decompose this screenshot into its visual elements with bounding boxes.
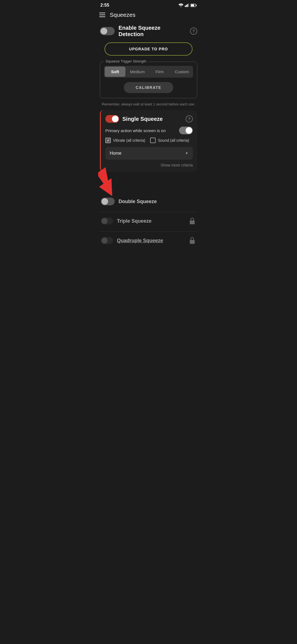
sound-checkbox[interactable] — [150, 138, 156, 143]
dropdown-value: Home — [110, 151, 122, 156]
sound-checkbox-item: Sound (all criteria) — [150, 138, 189, 143]
triple-squeeze-row: Triple Squeeze — [100, 213, 197, 229]
trigger-tab-soft[interactable]: Soft — [105, 67, 125, 77]
single-squeeze-wrapper: Single Squeeze ? Primary action while sc… — [100, 110, 197, 172]
wifi-icon — [178, 3, 183, 7]
enable-detection-help-icon[interactable]: ? — [190, 28, 197, 35]
status-bar: 2:55 — [95, 0, 202, 9]
triple-squeeze-title: Triple Squeeze — [117, 218, 185, 224]
triple-squeeze-toggle — [101, 217, 113, 225]
vibrate-checkbox-item: ✓ Vibrate (all criteria) — [105, 138, 145, 143]
single-squeeze-help-icon[interactable]: ? — [186, 115, 193, 122]
svg-rect-0 — [185, 6, 186, 7]
battery-icon — [191, 4, 197, 7]
calibrate-button[interactable]: CALIBRATE — [124, 82, 173, 93]
main-content: Enable Squeeze Detection ? UPGRADE TO PR… — [95, 22, 202, 254]
primary-action-label: Primary action while screen is on — [105, 128, 166, 133]
trigger-tab-custom[interactable]: Custom — [172, 67, 192, 77]
status-time: 2:55 — [100, 3, 109, 8]
menu-button[interactable] — [99, 13, 105, 17]
quadruple-squeeze-row: Quadruple Squeeze — [100, 233, 197, 248]
double-squeeze-row: Double Squeeze — [100, 194, 197, 209]
action-dropdown[interactable]: Home ▼ — [105, 147, 193, 160]
single-squeeze-header: Single Squeeze ? — [105, 115, 193, 123]
trigger-section-label: Squeeze Trigger Strength — [104, 59, 148, 63]
quadruple-squeeze-lock-icon — [188, 237, 196, 244]
trigger-strength-section: Squeeze Trigger Strength Soft Medium Fir… — [100, 62, 197, 98]
svg-rect-9 — [190, 220, 195, 224]
upgrade-to-pro-button[interactable]: UPGRADE TO PRO — [105, 42, 193, 56]
enable-detection-row: Enable Squeeze Detection ? — [100, 25, 197, 37]
signal-icon — [185, 3, 189, 7]
vibrate-checkbox[interactable]: ✓ — [105, 138, 111, 143]
primary-action-row: Primary action while screen is on — [105, 127, 193, 134]
status-icons — [178, 3, 197, 7]
enable-detection-toggle[interactable] — [100, 27, 115, 35]
primary-action-toggle[interactable] — [179, 127, 193, 134]
sound-label: Sound (all criteria) — [158, 138, 189, 143]
app-header: Squeezes — [95, 9, 202, 22]
single-squeeze-toggle[interactable] — [105, 115, 119, 123]
svg-rect-6 — [191, 4, 194, 6]
svg-rect-3 — [188, 4, 189, 7]
svg-rect-5 — [196, 4, 197, 6]
svg-rect-1 — [186, 5, 187, 7]
single-squeeze-title: Single Squeeze — [122, 116, 186, 122]
quadruple-squeeze-toggle — [101, 237, 113, 244]
triple-squeeze-lock-icon — [188, 217, 196, 225]
divider-1 — [100, 212, 197, 212]
single-squeeze-card: Single Squeeze ? Primary action while sc… — [100, 110, 197, 172]
trigger-tab-firm[interactable]: Firm — [149, 67, 170, 77]
show-more-criteria[interactable]: Show more criteria — [105, 163, 193, 167]
svg-rect-2 — [187, 4, 188, 7]
divider-2 — [100, 231, 197, 232]
double-squeeze-toggle[interactable] — [101, 198, 115, 205]
vibrate-checkmark: ✓ — [107, 138, 110, 143]
svg-rect-10 — [190, 240, 195, 244]
trigger-tabs: Soft Medium Firm Custom — [104, 66, 193, 78]
page-title: Squeezes — [110, 12, 135, 18]
red-arrow-indicator — [98, 162, 134, 198]
hint-text: Remember, always wait at least 1 second … — [100, 102, 197, 106]
svg-marker-8 — [98, 167, 121, 198]
checkbox-row: ✓ Vibrate (all criteria) Sound (all crit… — [105, 138, 193, 143]
vibrate-label: Vibrate (all criteria) — [113, 138, 145, 143]
double-squeeze-title: Double Squeeze — [119, 199, 157, 204]
quadruple-squeeze-title: Quadruple Squeeze — [117, 238, 185, 244]
enable-detection-label: Enable Squeeze Detection — [119, 25, 186, 37]
trigger-tab-medium[interactable]: Medium — [127, 67, 148, 77]
dropdown-arrow-icon: ▼ — [185, 151, 188, 155]
